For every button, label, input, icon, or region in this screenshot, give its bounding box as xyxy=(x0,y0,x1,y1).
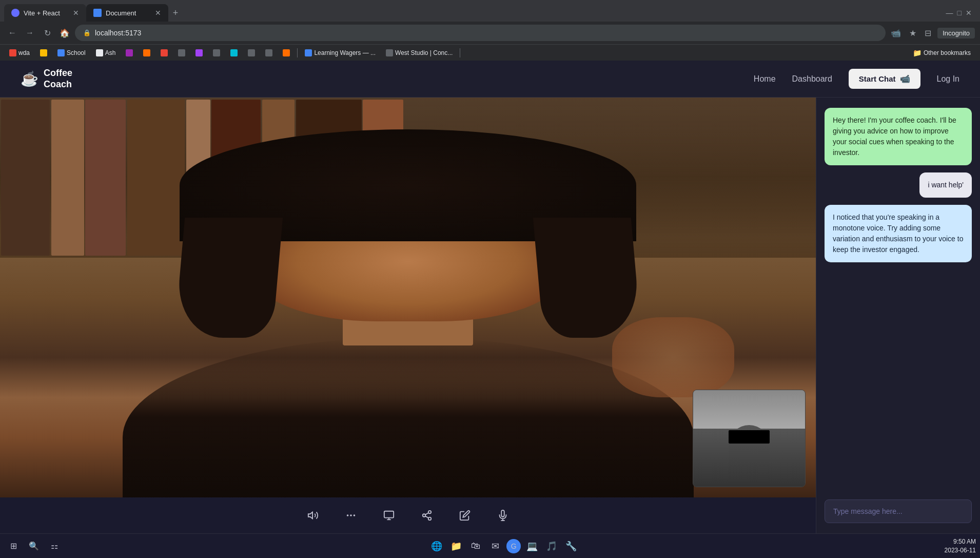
chat-messages: Hey there! I'm your coffee coach. I'll b… xyxy=(825,108,972,492)
clock-date: 2023-06-11 xyxy=(945,546,976,555)
svg-line-11 xyxy=(425,513,428,515)
chat-msg-3-text: I noticed that you're speaking in a mono… xyxy=(833,213,963,254)
bookmark-14[interactable] xyxy=(279,48,294,57)
nav-right-actions: 📹 ★ ⊟ Incognito xyxy=(889,26,975,40)
bookmark-6[interactable] xyxy=(139,48,154,57)
screen-share-button[interactable] xyxy=(378,505,400,526)
other-bookmarks-label: Other bookmarks xyxy=(924,49,971,56)
bookmark-2[interactable] xyxy=(36,48,51,57)
new-tab-button[interactable]: + xyxy=(168,6,183,20)
tab-vite[interactable]: Vite + React ✕ xyxy=(4,4,86,22)
bookmark-learning-label: Learning Wagers — ... xyxy=(314,49,376,56)
sidebar-icon[interactable]: ⊟ xyxy=(923,26,933,40)
bookmark-11[interactable] xyxy=(226,48,242,57)
home-nav-button[interactable]: 🏠 xyxy=(57,26,72,40)
bm2-icon xyxy=(40,49,47,56)
bookmark-9[interactable] xyxy=(191,48,207,57)
bookmark-ash[interactable]: Ash xyxy=(92,48,120,57)
forward-button[interactable]: → xyxy=(23,26,37,40)
bookmark-west-label: West Studio | Conc... xyxy=(395,49,453,56)
share-button[interactable] xyxy=(416,505,438,526)
taskbar-search[interactable]: 🔍 xyxy=(25,537,43,555)
taskbar-mail[interactable]: ✉ xyxy=(487,538,503,554)
login-link[interactable]: Log In xyxy=(937,74,959,84)
bookmark-west[interactable]: West Studio | Conc... xyxy=(382,48,457,57)
mic-button[interactable] xyxy=(492,505,514,526)
wda-icon xyxy=(9,49,16,56)
video-container xyxy=(0,98,816,497)
volume-button[interactable] xyxy=(302,505,324,526)
chat-input-area xyxy=(825,499,972,523)
bookmark-wda[interactable]: wda xyxy=(5,48,34,57)
reload-button[interactable]: ↻ xyxy=(40,26,54,40)
taskbar: ⊞ 🔍 ⚏ 🌐 📁 🛍 ✉ G 💻 🎵 🔧 9:50 AM 2023-06-11 xyxy=(0,533,980,558)
bookmark-school[interactable]: School xyxy=(53,48,90,57)
taskbar-explorer[interactable]: 📁 xyxy=(448,538,464,554)
west-icon xyxy=(386,49,393,56)
tab-doc-close[interactable]: ✕ xyxy=(155,9,161,17)
logo-text: CoffeeCoach xyxy=(44,68,72,90)
more-button[interactable] xyxy=(340,505,362,526)
logo-area: ☕ CoffeeCoach xyxy=(21,68,72,90)
doc-favicon xyxy=(93,9,102,17)
svg-marker-0 xyxy=(308,512,312,519)
video-icon[interactable]: 📹 xyxy=(889,26,903,40)
other-bookmarks[interactable]: 📁 Other bookmarks xyxy=(909,48,975,58)
chat-bubble-1: Hey there! I'm your coffee coach. I'll b… xyxy=(825,108,972,165)
taskbar-store[interactable]: 🛍 xyxy=(467,538,484,554)
taskbar-extra2[interactable]: 🔧 xyxy=(563,538,579,554)
pip-person xyxy=(729,425,770,487)
bm7-icon xyxy=(161,49,168,56)
edit-button[interactable] xyxy=(454,505,476,526)
svg-point-8 xyxy=(423,514,426,517)
bm11-icon xyxy=(230,49,238,56)
nav-bar: ← → ↻ 🏠 🔒 localhost:5173 📹 ★ ⊟ Incognito xyxy=(0,22,980,44)
bm8-icon xyxy=(178,49,185,56)
school-icon xyxy=(57,49,65,56)
taskbar-left: ⊞ 🔍 ⚏ xyxy=(4,537,64,555)
bm13-icon xyxy=(265,49,272,56)
nav-links: Home Dashboard xyxy=(754,74,832,84)
chat-bubble-2: i want help' xyxy=(919,172,972,198)
tab-vite-label: Vite + React xyxy=(24,9,60,17)
bookmark-wda-label: wda xyxy=(18,49,30,56)
taskbar-extra1[interactable]: 🎵 xyxy=(543,538,560,554)
tab-document[interactable]: Document ✕ xyxy=(86,4,168,22)
secure-icon: 🔒 xyxy=(83,29,91,36)
svg-rect-4 xyxy=(384,511,394,518)
bookmark-10[interactable] xyxy=(209,48,224,57)
taskbar-vscode[interactable]: 💻 xyxy=(524,538,540,554)
folder-icon: 📁 xyxy=(913,49,922,57)
svg-line-10 xyxy=(425,516,428,518)
maximize-button[interactable]: □ xyxy=(957,9,962,17)
back-button[interactable]: ← xyxy=(5,26,19,40)
start-button[interactable]: ⊞ xyxy=(4,537,23,555)
minimize-button[interactable]: — xyxy=(946,9,953,17)
video-cam-icon: 📹 xyxy=(900,74,910,84)
taskbar-apps[interactable]: ⚏ xyxy=(45,537,64,555)
video-controls xyxy=(0,497,816,533)
incognito-badge: Incognito xyxy=(937,28,975,39)
taskbar-edge[interactable]: 🌐 xyxy=(428,538,445,554)
close-window-button[interactable]: ✕ xyxy=(966,9,972,17)
address-bar[interactable]: 🔒 localhost:5173 xyxy=(75,25,886,41)
bookmark-13[interactable] xyxy=(261,48,277,57)
tab-bar: Vite + React ✕ Document ✕ + — □ ✕ xyxy=(0,0,980,22)
bookmark-separator-2 xyxy=(460,48,460,57)
bookmark-12[interactable] xyxy=(244,48,259,57)
ash-icon xyxy=(96,49,103,56)
start-chat-button[interactable]: Start Chat 📹 xyxy=(849,69,920,89)
star-icon[interactable]: ★ xyxy=(907,26,918,40)
dashboard-link[interactable]: Dashboard xyxy=(792,74,832,84)
chat-input[interactable] xyxy=(825,499,972,523)
bookmark-7[interactable] xyxy=(156,48,172,57)
tab-vite-close[interactable]: ✕ xyxy=(73,9,79,17)
bm5-icon xyxy=(126,49,133,56)
home-link[interactable]: Home xyxy=(754,74,776,84)
bookmark-5[interactable] xyxy=(122,48,137,57)
taskbar-chrome[interactable]: G xyxy=(506,539,521,553)
pip-container xyxy=(693,390,806,487)
bookmark-8[interactable] xyxy=(174,48,189,57)
bookmark-learning[interactable]: Learning Wagers — ... xyxy=(301,48,380,57)
start-chat-label: Start Chat xyxy=(859,74,896,83)
